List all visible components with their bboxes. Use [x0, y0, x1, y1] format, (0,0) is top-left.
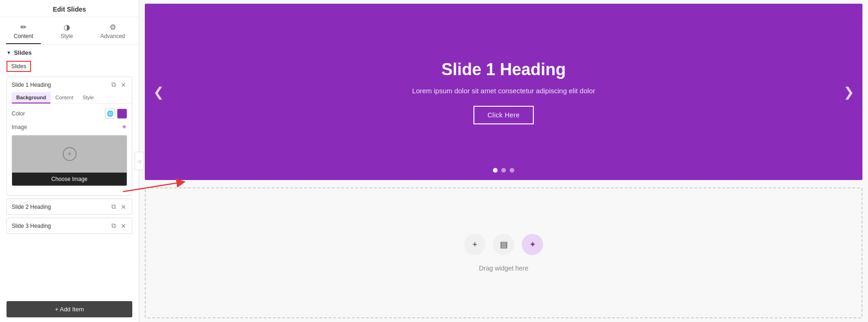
- slide-1-actions: ⧉ ✕: [110, 81, 127, 89]
- color-row: Color 🌐: [12, 109, 127, 119]
- image-row: Image ✦: [12, 122, 127, 131]
- slide-3: Slide 3 Heading ⧉ ✕: [6, 218, 132, 234]
- tab-style[interactable]: ◑ Style: [53, 21, 80, 44]
- add-item-btn[interactable]: + Add Item: [6, 301, 132, 317]
- slide-1-delete-btn[interactable]: ✕: [120, 81, 127, 89]
- drop-area: + ▤ ✦ Drag widget here: [145, 187, 862, 318]
- drop-folder-btn[interactable]: ▤: [493, 234, 514, 255]
- sub-tab-background[interactable]: Background: [12, 92, 51, 103]
- slider-click-btn[interactable]: Click Here: [473, 106, 534, 124]
- slide-1-header: Slide 1 Heading ⧉ ✕: [7, 77, 132, 92]
- sub-tab-content[interactable]: Content: [51, 92, 78, 103]
- slide-3-actions: ⧉ ✕: [110, 222, 127, 230]
- slide-2: Slide 2 Heading ⧉ ✕: [6, 199, 132, 215]
- image-label: Image: [12, 124, 121, 130]
- dot-1[interactable]: [493, 168, 498, 173]
- dot-3[interactable]: [510, 168, 514, 173]
- sub-tabs: Background Content Style: [7, 92, 132, 104]
- slide-2-delete-btn[interactable]: ✕: [120, 203, 127, 211]
- content-icon: ✏: [20, 23, 26, 32]
- slider-widget: ❮ Slide 1 Heading Lorem ipsum dolor sit …: [145, 4, 862, 180]
- move-icon[interactable]: ✦: [121, 122, 127, 131]
- choose-image-btn[interactable]: Choose Image: [12, 173, 127, 186]
- panel-content: ▼ Slides Slides Slide 1 Heading ⧉ ✕ Back…: [0, 45, 139, 296]
- main-tabs: ✏ Content ◑ Style ⚙ Advanced: [0, 17, 139, 45]
- slide-1-duplicate-btn[interactable]: ⧉: [110, 81, 117, 89]
- image-placeholder: +: [12, 135, 127, 173]
- slide-details: Color 🌐 Image ✦ + Choose Image: [7, 104, 132, 195]
- tab-content-label: Content: [13, 33, 33, 39]
- drop-move-btn[interactable]: ✦: [522, 234, 543, 255]
- slide-2-actions: ⧉ ✕: [110, 203, 127, 211]
- section-header: ▼ Slides: [6, 49, 132, 56]
- add-image-icon[interactable]: +: [63, 147, 77, 161]
- drop-icons: + ▤ ✦: [464, 234, 543, 255]
- slider-prev-btn[interactable]: ❮: [149, 84, 168, 100]
- slides-label-box: Slides: [6, 61, 31, 72]
- globe-btn[interactable]: 🌐: [105, 109, 115, 119]
- panel-title: Edit Slides: [0, 0, 139, 17]
- slide-3-delete-btn[interactable]: ✕: [120, 222, 127, 230]
- tab-advanced[interactable]: ⚙ Advanced: [93, 21, 132, 44]
- chevron-icon: ▼: [6, 50, 11, 55]
- color-label: Color: [12, 110, 105, 117]
- drop-text: Drag widget here: [479, 264, 529, 272]
- dot-2[interactable]: [501, 168, 506, 173]
- drop-add-btn[interactable]: +: [464, 234, 486, 255]
- image-upload-area: + Choose Image: [12, 135, 127, 186]
- right-area: ❮ Slide 1 Heading Lorem ipsum dolor sit …: [139, 0, 868, 322]
- sub-tab-style[interactable]: Style: [78, 92, 98, 103]
- slide-1-label: Slide 1 Heading: [12, 82, 110, 88]
- advanced-icon: ⚙: [110, 23, 116, 32]
- slide-2-duplicate-btn[interactable]: ⧉: [110, 203, 117, 211]
- slider-dots: [493, 168, 514, 173]
- slides-label: Slides: [11, 63, 26, 70]
- slider-next-btn[interactable]: ❯: [839, 84, 859, 100]
- section-label: Slides: [14, 49, 32, 56]
- slide-3-duplicate-btn[interactable]: ⧉: [110, 222, 117, 230]
- tab-content[interactable]: ✏ Content: [6, 21, 40, 44]
- left-panel: Edit Slides ✏ Content ◑ Style ⚙ Advanced…: [0, 0, 139, 322]
- slide-1-expanded: Slide 1 Heading ⧉ ✕ Background Content S…: [6, 77, 132, 196]
- slide-3-label: Slide 3 Heading: [12, 223, 110, 229]
- color-controls: 🌐: [105, 109, 127, 119]
- slide-2-label: Slide 2 Heading: [12, 204, 110, 210]
- color-swatch[interactable]: [117, 109, 127, 119]
- style-icon: ◑: [64, 23, 70, 32]
- tab-style-label: Style: [60, 33, 73, 39]
- slider-subtext: Lorem ipsum dolor sit amet consectetur a…: [412, 87, 595, 95]
- slider-content: Slide 1 Heading Lorem ipsum dolor sit am…: [412, 60, 595, 124]
- collapse-handle[interactable]: ◁: [135, 152, 144, 170]
- tab-advanced-label: Advanced: [100, 33, 125, 39]
- slider-heading: Slide 1 Heading: [412, 60, 595, 79]
